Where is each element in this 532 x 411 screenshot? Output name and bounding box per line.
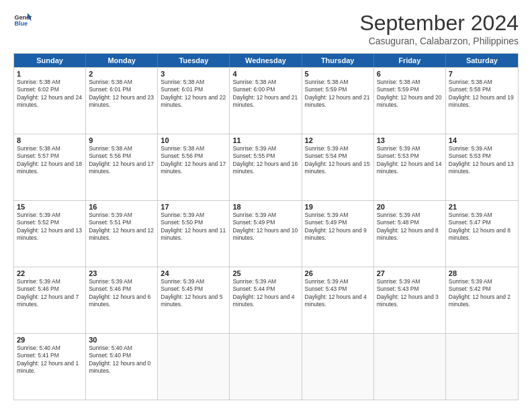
table-row: 21Sunrise: 5:39 AMSunset: 5:47 PMDayligh…: [446, 201, 518, 267]
cell-daylight: Daylight: 12 hours and 16 minutes.: [232, 161, 298, 175]
table-row: 7Sunrise: 5:38 AMSunset: 5:58 PMDaylight…: [446, 68, 518, 134]
cell-sunset: Sunset: 5:46 PM: [89, 285, 131, 292]
cell-sunrise: Sunrise: 5:39 AM: [232, 278, 276, 285]
table-row: 13Sunrise: 5:39 AMSunset: 5:53 PMDayligh…: [374, 134, 446, 200]
calendar-body: 1Sunrise: 5:38 AMSunset: 6:02 PMDaylight…: [14, 67, 518, 400]
cell-sunrise: Sunrise: 5:39 AM: [377, 212, 420, 218]
table-row: 28Sunrise: 5:39 AMSunset: 5:42 PMDayligh…: [446, 267, 518, 333]
calendar-header: Sunday Monday Tuesday Wednesday Thursday…: [14, 54, 518, 67]
cell-sunrise: Sunrise: 5:40 AM: [89, 345, 132, 351]
cell-daylight: Daylight: 12 hours and 19 minutes.: [449, 94, 514, 108]
cell-sunset: Sunset: 5:49 PM: [305, 219, 347, 226]
table-row: 19Sunrise: 5:39 AMSunset: 5:49 PMDayligh…: [302, 201, 374, 267]
day-number: 16: [89, 203, 154, 211]
day-number: 4: [232, 70, 298, 78]
cell-sunrise: Sunrise: 5:38 AM: [161, 79, 204, 85]
cell-sunrise: Sunrise: 5:39 AM: [305, 212, 349, 218]
cell-sunrise: Sunrise: 5:39 AM: [89, 278, 132, 285]
cell-daylight: Daylight: 12 hours and 1 minute.: [17, 360, 79, 374]
cell-sunrise: Sunrise: 5:38 AM: [17, 145, 60, 152]
day-number: 5: [305, 70, 371, 78]
day-number: 7: [449, 70, 515, 78]
day-number: 20: [377, 203, 443, 211]
table-row: [302, 334, 374, 400]
cell-sunrise: Sunrise: 5:39 AM: [305, 145, 349, 152]
header-friday: Friday: [374, 54, 446, 67]
cell-sunrise: Sunrise: 5:38 AM: [449, 79, 492, 85]
cell-daylight: Daylight: 12 hours and 10 minutes.: [232, 227, 298, 241]
table-row: 24Sunrise: 5:39 AMSunset: 5:45 PMDayligh…: [158, 267, 230, 333]
cell-sunset: Sunset: 5:59 PM: [305, 86, 347, 93]
header-saturday: Saturday: [446, 54, 518, 67]
day-number: 26: [305, 269, 371, 277]
day-number: 24: [161, 269, 226, 277]
cell-daylight: Daylight: 12 hours and 13 minutes.: [449, 161, 514, 175]
table-row: 17Sunrise: 5:39 AMSunset: 5:50 PMDayligh…: [158, 201, 230, 267]
cell-daylight: Daylight: 12 hours and 6 minutes.: [89, 293, 150, 308]
cell-daylight: Daylight: 12 hours and 8 minutes.: [449, 227, 511, 241]
cell-sunset: Sunset: 5:49 PM: [232, 219, 275, 226]
cell-daylight: Daylight: 12 hours and 14 minutes.: [377, 161, 442, 175]
table-row: 16Sunrise: 5:39 AMSunset: 5:51 PMDayligh…: [86, 201, 158, 267]
calendar: Sunday Monday Tuesday Wednesday Thursday…: [13, 53, 519, 400]
table-row: 3Sunrise: 5:38 AMSunset: 6:01 PMDaylight…: [158, 68, 230, 134]
cell-sunset: Sunset: 5:41 PM: [17, 352, 59, 359]
day-number: 23: [89, 269, 154, 277]
svg-text:Blue: Blue: [14, 20, 28, 27]
day-number: 10: [161, 136, 226, 144]
cell-sunset: Sunset: 5:44 PM: [232, 285, 275, 292]
day-number: 6: [377, 70, 443, 78]
cell-sunrise: Sunrise: 5:39 AM: [449, 278, 492, 285]
table-row: 30Sunrise: 5:40 AMSunset: 5:40 PMDayligh…: [86, 334, 158, 400]
cell-sunrise: Sunrise: 5:39 AM: [161, 278, 204, 285]
cell-daylight: Daylight: 12 hours and 4 minutes.: [232, 293, 294, 308]
cell-sunrise: Sunrise: 5:40 AM: [17, 345, 60, 351]
day-number: 21: [449, 203, 515, 211]
cell-sunrise: Sunrise: 5:39 AM: [232, 145, 276, 152]
day-number: 29: [17, 336, 83, 344]
table-row: 6Sunrise: 5:38 AMSunset: 5:59 PMDaylight…: [374, 68, 446, 134]
header-sunday: Sunday: [14, 54, 86, 67]
cell-daylight: Daylight: 12 hours and 11 minutes.: [161, 227, 226, 241]
cell-sunrise: Sunrise: 5:38 AM: [17, 79, 60, 85]
cell-daylight: Daylight: 12 hours and 18 minutes.: [17, 161, 82, 175]
table-row: 25Sunrise: 5:39 AMSunset: 5:44 PMDayligh…: [230, 267, 302, 333]
day-number: 30: [89, 336, 154, 344]
cell-daylight: Daylight: 12 hours and 20 minutes.: [377, 94, 442, 108]
cell-sunset: Sunset: 5:56 PM: [161, 152, 203, 159]
cell-sunset: Sunset: 6:01 PM: [89, 86, 131, 93]
cell-sunset: Sunset: 5:40 PM: [89, 352, 131, 359]
header-tuesday: Tuesday: [158, 54, 230, 67]
cell-sunrise: Sunrise: 5:38 AM: [89, 79, 132, 85]
cell-daylight: Daylight: 12 hours and 21 minutes.: [232, 94, 298, 108]
cell-sunset: Sunset: 5:45 PM: [161, 285, 203, 292]
cell-daylight: Daylight: 12 hours and 7 minutes.: [17, 293, 79, 308]
table-row: 12Sunrise: 5:39 AMSunset: 5:54 PMDayligh…: [302, 134, 374, 200]
cell-sunset: Sunset: 5:46 PM: [17, 285, 59, 292]
cell-sunset: Sunset: 5:54 PM: [305, 152, 347, 159]
main-title: September 2024: [359, 11, 519, 36]
cell-sunrise: Sunrise: 5:39 AM: [17, 212, 60, 218]
cell-daylight: Daylight: 12 hours and 24 minutes.: [17, 94, 82, 108]
page: General Blue September 2024 Casuguran, C…: [0, 0, 532, 411]
table-row: 15Sunrise: 5:39 AMSunset: 5:52 PMDayligh…: [14, 201, 86, 267]
header-monday: Monday: [86, 54, 158, 67]
cell-daylight: Daylight: 12 hours and 12 minutes.: [89, 227, 154, 241]
table-row: 18Sunrise: 5:39 AMSunset: 5:49 PMDayligh…: [230, 201, 302, 267]
day-number: 28: [449, 269, 515, 277]
day-number: 13: [377, 136, 443, 144]
day-number: 19: [305, 203, 371, 211]
cell-sunset: Sunset: 5:55 PM: [232, 152, 275, 159]
cell-sunrise: Sunrise: 5:39 AM: [161, 212, 204, 218]
cell-sunset: Sunset: 5:52 PM: [17, 219, 59, 226]
cell-sunset: Sunset: 5:50 PM: [161, 219, 203, 226]
day-number: 25: [232, 269, 298, 277]
table-row: 4Sunrise: 5:38 AMSunset: 6:00 PMDaylight…: [230, 68, 302, 134]
day-number: 1: [17, 70, 83, 78]
cell-sunset: Sunset: 5:53 PM: [377, 152, 419, 159]
cell-sunset: Sunset: 5:58 PM: [449, 86, 491, 93]
table-row: 2Sunrise: 5:38 AMSunset: 6:01 PMDaylight…: [86, 68, 158, 134]
day-number: 3: [161, 70, 226, 78]
cell-daylight: Daylight: 12 hours and 15 minutes.: [305, 161, 370, 175]
header-thursday: Thursday: [302, 54, 374, 67]
